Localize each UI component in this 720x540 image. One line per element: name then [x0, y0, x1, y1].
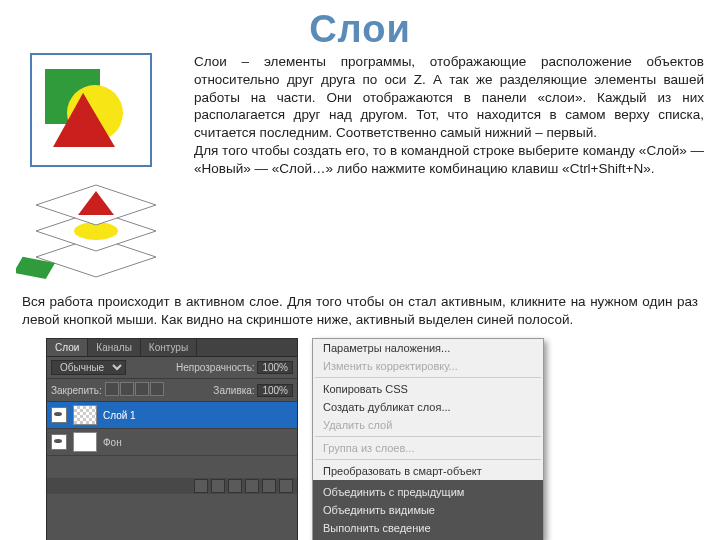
layer-name: Фон — [103, 437, 122, 448]
tab-paths[interactable]: Контуры — [141, 339, 197, 356]
menu-dark-section: Объединить с предыдущим Объединить видим… — [313, 480, 543, 540]
illustration-column — [16, 53, 176, 283]
menu-item-merge-visible[interactable]: Объединить видимые — [313, 501, 543, 519]
mask-icon[interactable] — [211, 479, 225, 493]
menu-item-edit-adjustment: Изменить корректировку... — [313, 357, 543, 375]
context-menu: Параметры наложения... Изменить корректи… — [312, 338, 544, 540]
layers-panel-tabs: Слои Каналы Контуры — [47, 339, 297, 357]
menu-separator — [315, 377, 541, 378]
page-title: Слои — [16, 8, 704, 51]
lock-buttons[interactable] — [104, 382, 164, 398]
tab-channels[interactable]: Каналы — [88, 339, 141, 356]
trash-icon[interactable] — [279, 479, 293, 493]
tab-layers[interactable]: Слои — [47, 339, 88, 356]
group-icon[interactable] — [245, 479, 259, 493]
top-row: Слои – элементы программы, отображающие … — [16, 53, 704, 283]
layers-panel-footer — [47, 478, 297, 494]
lock-label: Закрепить: — [51, 385, 102, 396]
menu-item-flatten[interactable]: Выполнить сведение — [313, 519, 543, 537]
menu-separator — [315, 459, 541, 460]
opacity-label: Непрозрачность: 100% — [176, 362, 293, 373]
menu-item-delete: Удалить слой — [313, 416, 543, 434]
lock-row: Закрепить: Заливка: 100% — [47, 379, 297, 402]
menu-item-smart-object[interactable]: Преобразовать в смарт-объект — [313, 462, 543, 480]
visibility-icon[interactable] — [51, 434, 67, 450]
menu-item-merge-down[interactable]: Объединить с предыдущим — [313, 483, 543, 501]
fx-icon[interactable] — [194, 479, 208, 493]
new-layer-icon[interactable] — [262, 479, 276, 493]
layer-thumb — [73, 405, 97, 425]
stacked-layers-illustration — [16, 173, 176, 283]
visibility-icon[interactable] — [51, 407, 67, 423]
layer-row-active[interactable]: Слой 1 — [47, 402, 297, 429]
top-paragraph: Слои – элементы программы, отображающие … — [194, 53, 704, 178]
menu-separator — [315, 436, 541, 437]
menu-item-copy-css[interactable]: Копировать CSS — [313, 380, 543, 398]
layer-row[interactable]: Фон — [47, 429, 297, 456]
composite-illustration — [30, 53, 152, 167]
layer-thumb — [73, 432, 97, 452]
menu-item-duplicate[interactable]: Создать дубликат слоя... — [313, 398, 543, 416]
screenshot-panels: Слои Каналы Контуры Обычные Непрозрачнос… — [46, 338, 704, 540]
layers-panel: Слои Каналы Контуры Обычные Непрозрачнос… — [46, 338, 298, 540]
layer-name: Слой 1 — [103, 410, 136, 421]
menu-item-blending-options[interactable]: Параметры наложения... — [313, 339, 543, 357]
blend-mode-row: Обычные Непрозрачность: 100% — [47, 357, 297, 379]
blend-mode-select[interactable]: Обычные — [51, 360, 126, 375]
menu-item-group-from: Группа из слоев... — [313, 439, 543, 457]
fill-label: Заливка: 100% — [213, 385, 293, 396]
adjustment-icon[interactable] — [228, 479, 242, 493]
mid-paragraph: Вся работа происходит в активном слое. Д… — [22, 293, 698, 328]
